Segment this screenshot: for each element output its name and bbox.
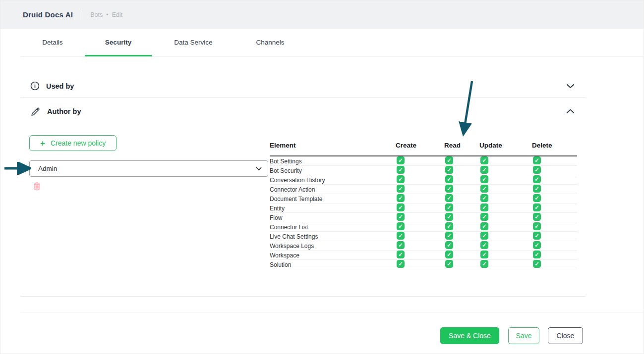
checkbox-checked[interactable] bbox=[533, 156, 541, 164]
checkbox-checked[interactable] bbox=[397, 156, 405, 164]
permissions-table-body: Bot Settings Bot Security Conversation H… bbox=[270, 155, 577, 269]
breadcrumb-section[interactable]: Bots bbox=[90, 11, 103, 18]
col-header-update: Update bbox=[479, 142, 532, 149]
perm-update bbox=[479, 175, 532, 185]
checkbox-checked[interactable] bbox=[533, 213, 541, 221]
checkbox-checked[interactable] bbox=[397, 175, 405, 183]
checkbox-checked[interactable] bbox=[397, 166, 405, 174]
info-circle-icon bbox=[30, 81, 40, 91]
breadcrumb-page: Edit bbox=[112, 11, 123, 18]
checkbox-checked[interactable] bbox=[445, 213, 453, 221]
checkbox-checked[interactable] bbox=[445, 166, 453, 174]
tab-security[interactable]: Security bbox=[85, 29, 152, 56]
checkbox-checked[interactable] bbox=[480, 175, 488, 183]
checkbox-checked[interactable] bbox=[533, 194, 541, 202]
perm-update bbox=[479, 222, 532, 232]
perm-delete bbox=[532, 166, 577, 176]
col-header-create: Create bbox=[396, 142, 444, 149]
checkbox-checked[interactable] bbox=[445, 222, 453, 230]
checkbox-checked[interactable] bbox=[397, 232, 405, 240]
checkbox-checked[interactable] bbox=[480, 251, 488, 258]
checkbox-checked[interactable] bbox=[480, 213, 488, 221]
checkbox-checked[interactable] bbox=[397, 241, 405, 249]
create-new-policy-button[interactable]: + Create new policy bbox=[29, 135, 117, 151]
checkbox-checked[interactable] bbox=[445, 194, 453, 202]
table-row: Flow bbox=[270, 213, 577, 222]
checkbox-checked[interactable] bbox=[533, 260, 541, 268]
checkbox-checked[interactable] bbox=[445, 241, 453, 249]
section-used-by[interactable]: Used by bbox=[20, 75, 585, 98]
perm-read bbox=[444, 222, 479, 232]
checkbox-checked[interactable] bbox=[445, 156, 453, 164]
checkbox-checked[interactable] bbox=[480, 185, 488, 193]
perm-delete bbox=[532, 241, 577, 251]
checkbox-checked[interactable] bbox=[397, 222, 405, 230]
element-cell: Workspace bbox=[270, 252, 396, 259]
author-by-panel: + Create new policy Admin bbox=[20, 135, 585, 269]
checkbox-checked[interactable] bbox=[397, 213, 405, 221]
checkbox-checked[interactable] bbox=[480, 260, 488, 268]
checkbox-checked[interactable] bbox=[480, 222, 488, 230]
tab-details[interactable]: Details bbox=[20, 29, 85, 56]
footer-actions: Save & Close Save Close bbox=[0, 327, 644, 344]
perm-update bbox=[479, 213, 532, 223]
delete-policy-button[interactable] bbox=[33, 182, 41, 192]
checkbox-checked[interactable] bbox=[533, 203, 541, 211]
table-row: Connector List bbox=[270, 222, 577, 232]
table-row: Document Template bbox=[270, 194, 577, 203]
checkbox-checked[interactable] bbox=[533, 175, 541, 183]
author-by-label: Author by bbox=[47, 107, 81, 115]
checkbox-checked[interactable] bbox=[480, 166, 488, 174]
tab-channels[interactable]: Channels bbox=[235, 29, 305, 56]
checkbox-checked[interactable] bbox=[397, 203, 405, 211]
checkbox-checked[interactable] bbox=[533, 232, 541, 240]
checkbox-checked[interactable] bbox=[480, 241, 488, 249]
checkbox-checked[interactable] bbox=[533, 222, 541, 230]
checkbox-checked[interactable] bbox=[397, 194, 405, 202]
chevron-down-icon[interactable] bbox=[566, 84, 575, 89]
policy-select[interactable]: Admin bbox=[29, 160, 268, 177]
checkbox-checked[interactable] bbox=[445, 251, 453, 258]
perm-create bbox=[396, 232, 444, 242]
perm-delete bbox=[532, 222, 577, 232]
checkbox-checked[interactable] bbox=[445, 232, 453, 240]
checkbox-checked[interactable] bbox=[445, 203, 453, 211]
permissions-table-header: Element Create Read Update Delete bbox=[270, 135, 577, 155]
perm-delete bbox=[532, 251, 577, 260]
checkbox-checked[interactable] bbox=[445, 185, 453, 193]
perm-create bbox=[396, 260, 444, 270]
save-and-close-button[interactable]: Save & Close bbox=[440, 327, 499, 344]
checkbox-checked[interactable] bbox=[480, 203, 488, 211]
perm-read bbox=[444, 251, 479, 260]
element-cell: Document Template bbox=[270, 196, 396, 202]
section-author-by[interactable]: Author by bbox=[20, 98, 585, 125]
plus-icon: + bbox=[40, 139, 45, 148]
perm-read bbox=[444, 185, 479, 195]
perm-delete bbox=[532, 232, 577, 242]
checkbox-checked[interactable] bbox=[480, 232, 488, 240]
table-row: Workspace bbox=[270, 251, 577, 260]
checkbox-checked[interactable] bbox=[445, 175, 453, 183]
perm-create bbox=[396, 222, 444, 232]
table-row: Solution bbox=[270, 260, 577, 269]
table-row: Live Chat Settings bbox=[270, 232, 577, 241]
checkbox-checked[interactable] bbox=[533, 185, 541, 193]
checkbox-checked[interactable] bbox=[480, 156, 488, 164]
perm-delete bbox=[532, 194, 577, 204]
checkbox-checked[interactable] bbox=[533, 251, 541, 258]
close-button[interactable]: Close bbox=[548, 327, 583, 344]
perm-create bbox=[396, 203, 444, 213]
checkbox-checked[interactable] bbox=[533, 166, 541, 174]
save-button[interactable]: Save bbox=[508, 327, 539, 344]
topbar-divider bbox=[82, 10, 82, 20]
chevron-up-icon[interactable] bbox=[566, 109, 575, 114]
checkbox-checked[interactable] bbox=[397, 260, 405, 268]
checkbox-checked[interactable] bbox=[445, 260, 453, 268]
footer-divider bbox=[20, 312, 644, 312]
tab-data-service[interactable]: Data Service bbox=[152, 29, 235, 56]
checkbox-checked[interactable] bbox=[533, 241, 541, 249]
checkbox-checked[interactable] bbox=[397, 251, 405, 258]
checkbox-checked[interactable] bbox=[480, 194, 488, 202]
checkbox-checked[interactable] bbox=[397, 185, 405, 193]
element-cell: Bot Security bbox=[270, 167, 396, 174]
